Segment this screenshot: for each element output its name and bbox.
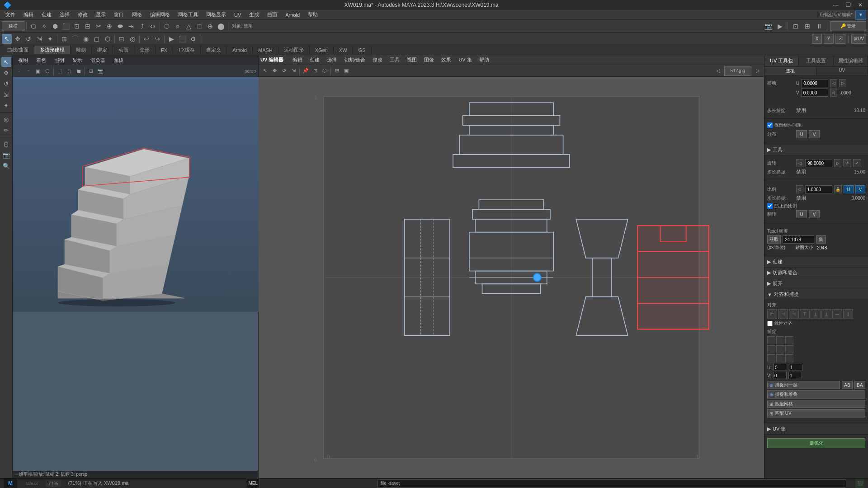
uv-checker[interactable]: ▣	[342, 66, 351, 75]
uv-grid[interactable]: ⊞	[332, 66, 341, 75]
vp-shading-wire[interactable]: ⬚	[55, 66, 64, 75]
vtool-show[interactable]: ⊡	[1, 139, 11, 149]
tool-quad[interactable]: □	[194, 21, 204, 31]
universal-tool[interactable]: ✦	[45, 34, 55, 44]
uv-image-label[interactable]: 512.jpg	[724, 66, 751, 76]
rotate-apply[interactable]: ✓	[853, 159, 861, 167]
distribute-u-btn[interactable]: U	[796, 130, 807, 138]
uv-menu-uvset[interactable]: UV 集	[455, 56, 475, 64]
rpanel-tab-toolsettings[interactable]: 工具设置	[799, 56, 833, 66]
match-grid-btn[interactable]: ⊞ 匹配网格	[767, 400, 865, 408]
texel-set-btn[interactable]: 集	[816, 235, 826, 244]
cutsew-section-header[interactable]: ▶ 切割和缝合	[764, 267, 868, 278]
rotate-reset[interactable]: ↺	[843, 159, 851, 167]
xray-btn[interactable]: ⊡	[791, 21, 801, 31]
menu-meshtools[interactable]: 网格工具	[175, 10, 202, 19]
snap-cell-22[interactable]	[785, 354, 793, 362]
vtool-select[interactable]: ↖	[1, 57, 11, 67]
render-ipr-btn[interactable]: ⬛	[177, 34, 187, 44]
menu-file[interactable]: 文件	[2, 10, 19, 19]
vp-menu-view[interactable]: 视图	[14, 56, 32, 65]
tool-bridge[interactable]: ⊡	[72, 21, 82, 31]
uv-menu-view[interactable]: 视图	[403, 56, 420, 64]
match-uv-btn[interactable]: ⊞ 匹配 UV	[767, 409, 865, 418]
move-tool[interactable]: ✥	[13, 34, 23, 44]
uv-tool-left[interactable]: ◁	[713, 66, 722, 75]
align-section-header[interactable]: ▼ 对齐和捕捉	[764, 289, 868, 300]
rotate-tool[interactable]: ↺	[24, 34, 33, 44]
texel-value-input[interactable]	[783, 235, 814, 244]
scale-v-btn[interactable]: V	[855, 185, 865, 193]
snap-curve-btn[interactable]: ⌒	[70, 34, 80, 44]
tool-merge[interactable]: ⊕	[205, 21, 215, 31]
vtool-move[interactable]: ✥	[1, 68, 11, 78]
restore-button[interactable]: ❐	[844, 2, 853, 8]
tool-paint[interactable]: ⬢	[50, 21, 60, 31]
vp-shading-flat[interactable]: ◻	[65, 66, 74, 75]
snap-u-1[interactable]	[789, 364, 802, 371]
tool-slide[interactable]: ⇥	[126, 21, 136, 31]
move-u-down[interactable]: ◁	[830, 79, 837, 87]
pause-btn[interactable]: ⏸	[814, 21, 824, 31]
uv-tool-rotate[interactable]: ↺	[279, 66, 288, 75]
tool-fillhole[interactable]: ⬤	[216, 21, 226, 31]
snap-cell-10[interactable]	[767, 345, 775, 353]
render-option-btn[interactable]: ⚙	[188, 34, 198, 44]
vtool-rotate[interactable]: ↺	[1, 79, 11, 89]
vp-select-edges[interactable]: ⁻	[24, 66, 33, 75]
show-z[interactable]: Z	[835, 34, 845, 44]
scale-input[interactable]	[805, 185, 832, 193]
scale-decr[interactable]: ◁	[796, 185, 803, 193]
vtool-soft[interactable]: ◎	[1, 114, 11, 124]
workspace-button[interactable]: ▼	[855, 10, 866, 20]
tab-polygon[interactable]: 多边形建模	[34, 46, 71, 54]
tab-xw[interactable]: XW	[334, 47, 353, 54]
uv-tool-scale[interactable]: ⇲	[289, 66, 298, 75]
soft-btn[interactable]: ◎	[127, 34, 137, 44]
history-btn[interactable]: ↩	[142, 34, 151, 44]
snap-ab-btn[interactable]: BA	[854, 381, 865, 389]
snap-v-0[interactable]	[773, 372, 787, 379]
uv-tool-right[interactable]: ▷	[753, 66, 762, 75]
command-input[interactable]	[377, 479, 846, 488]
menu-mesh[interactable]: 网格	[128, 10, 146, 19]
rpanel-subtab-options[interactable]: 选项	[764, 67, 816, 75]
pruv-btn[interactable]: prUV	[851, 34, 866, 44]
menu-modify[interactable]: 修改	[74, 10, 91, 19]
unfold-section-header[interactable]: ▶ 展开	[764, 278, 868, 289]
rotate-input[interactable]	[805, 159, 832, 167]
uv-menu-edit[interactable]: 编辑	[289, 56, 306, 64]
snap-cell-00[interactable]	[767, 336, 775, 344]
move-v-input[interactable]	[801, 89, 828, 97]
vp-select-obj[interactable]: ⬡	[43, 66, 52, 75]
snap-together-btn[interactable]: ⊕ 捕捉到一起	[767, 381, 840, 389]
menu-surface[interactable]: 曲面	[264, 10, 281, 19]
redo-btn[interactable]: ↪	[152, 34, 162, 44]
snap-cell-02[interactable]	[785, 336, 793, 344]
render-btn[interactable]: ▶	[775, 21, 785, 31]
show-x[interactable]: X	[812, 34, 822, 44]
menu-help[interactable]: 帮助	[304, 10, 321, 19]
uv-canvas[interactable]: 0 1 0 1	[259, 77, 764, 478]
tab-arnold[interactable]: Arnold	[227, 47, 253, 54]
vp-camera[interactable]: 📷	[96, 66, 105, 75]
tool-smooth[interactable]: ○	[173, 21, 183, 31]
tool-subdivide[interactable]: ⬡	[162, 21, 172, 31]
manip-btn[interactable]: ⊟	[117, 34, 127, 44]
vp-shading-smooth[interactable]: ◼	[74, 66, 83, 75]
snap-view-btn[interactable]: ◻	[92, 34, 102, 44]
uv-menu-effect[interactable]: 效果	[438, 56, 455, 64]
distribute-v-btn[interactable]: V	[809, 130, 820, 138]
rpanel-tab-uvtools[interactable]: UV 工具包	[764, 56, 799, 66]
uv-menu-select[interactable]: 选择	[323, 56, 340, 64]
snap-cell-01[interactable]	[776, 336, 784, 344]
tab-bind[interactable]: 绑定	[92, 46, 113, 54]
tool-cut[interactable]: ✂	[94, 21, 104, 31]
snap-cell-11[interactable]	[776, 345, 784, 353]
uv-menu-help[interactable]: 帮助	[476, 56, 493, 64]
snap-u-0[interactable]	[774, 364, 787, 371]
vtool-universal[interactable]: ✦	[1, 100, 11, 110]
close-button[interactable]: ✕	[856, 2, 864, 8]
camera-btn[interactable]: 📷	[763, 21, 773, 31]
snap-grid-btn[interactable]: ⊞	[59, 34, 69, 44]
